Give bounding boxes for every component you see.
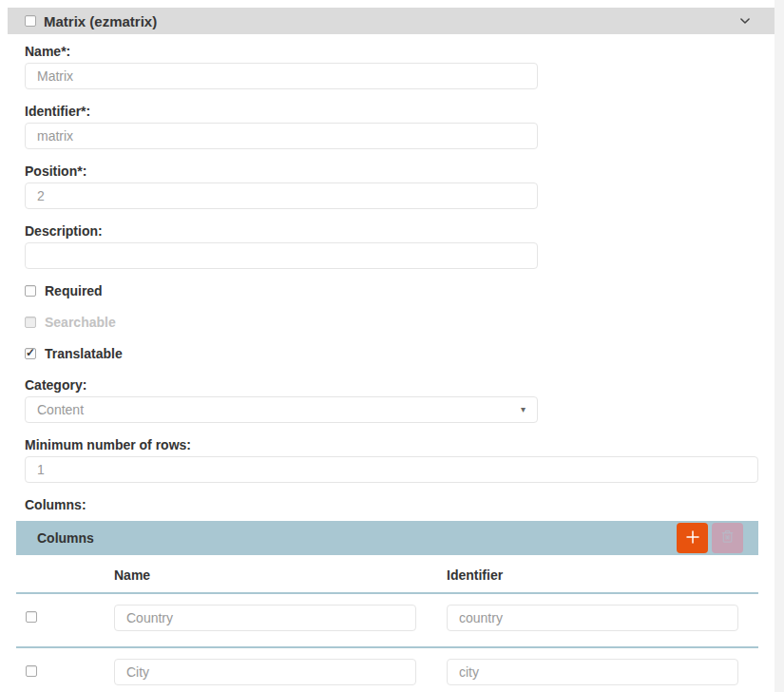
columns-table-header-row: Name Identifier: [16, 555, 758, 593]
category-select[interactable]: Content ▾: [25, 396, 538, 423]
field-columns: Columns:: [25, 498, 758, 511]
name-input[interactable]: [25, 63, 538, 89]
searchable-checkbox: [25, 317, 36, 328]
required-label: Required: [45, 283, 103, 298]
column-identifier-input[interactable]: [447, 659, 738, 685]
identifier-label: Identifier*:: [25, 105, 758, 118]
field-min-rows: Minimum number of rows:: [25, 438, 758, 483]
category-selected-value: Content: [37, 402, 84, 417]
fieldtype-accordion-header[interactable]: Matrix (ezmatrix): [8, 8, 774, 34]
field-position: Position*:: [25, 164, 758, 209]
header-cell-identifier: Identifier: [437, 555, 758, 593]
fieldtype-select-checkbox[interactable]: [25, 15, 36, 27]
column-row-country: [16, 593, 758, 647]
column-identifier-input[interactable]: [447, 605, 738, 631]
columns-section: Columns Name Identifier: [16, 521, 758, 692]
delete-column-button: [712, 523, 743, 553]
name-label: Name*:: [25, 45, 758, 58]
column-row-city: [16, 647, 758, 692]
identifier-input[interactable]: [25, 123, 538, 149]
columns-label: Columns:: [25, 498, 758, 511]
add-column-button[interactable]: [677, 523, 708, 553]
column-name-input[interactable]: [114, 659, 416, 685]
chevron-down-icon[interactable]: [738, 14, 752, 28]
fieldtype-panel: Matrix (ezmatrix) Name*: Identifier*: Po…: [8, 8, 774, 692]
description-input[interactable]: [25, 242, 538, 269]
page-right-gutter: [774, 0, 784, 692]
columns-toolbar-title: Columns: [37, 530, 677, 546]
columns-table: Name Identifier: [16, 555, 758, 692]
searchable-check-row: Searchable: [25, 316, 758, 329]
row-select-checkbox[interactable]: [26, 665, 37, 677]
translatable-check-row: Translatable: [25, 347, 758, 360]
required-checkbox[interactable]: [25, 285, 36, 297]
translatable-checkbox[interactable]: [25, 348, 36, 359]
field-identifier: Identifier*:: [25, 105, 758, 149]
fieldtype-title: Matrix (ezmatrix): [44, 13, 738, 29]
position-label: Position*:: [25, 164, 758, 178]
searchable-label: Searchable: [45, 315, 116, 330]
min-rows-input[interactable]: [25, 456, 758, 483]
field-category: Category: Content ▾: [25, 378, 758, 423]
row-select-checkbox[interactable]: [26, 611, 37, 623]
field-name: Name*:: [25, 45, 758, 89]
header-cell-checkbox: [16, 555, 105, 593]
caret-down-icon: ▾: [521, 405, 526, 414]
header-cell-name: Name: [105, 555, 437, 593]
plus-icon: [684, 529, 701, 548]
translatable-label: Translatable: [45, 346, 123, 361]
required-check-row: Required: [25, 284, 758, 298]
position-input[interactable]: [25, 183, 538, 209]
description-label: Description:: [25, 224, 758, 238]
column-name-input[interactable]: [114, 605, 416, 631]
field-description: Description:: [25, 224, 758, 269]
fieldtype-form: Name*: Identifier*: Position*: Descripti…: [8, 34, 774, 511]
trash-icon: [719, 529, 736, 548]
min-rows-label: Minimum number of rows:: [25, 438, 758, 452]
category-label: Category:: [25, 378, 758, 392]
columns-toolbar: Columns: [16, 521, 758, 555]
